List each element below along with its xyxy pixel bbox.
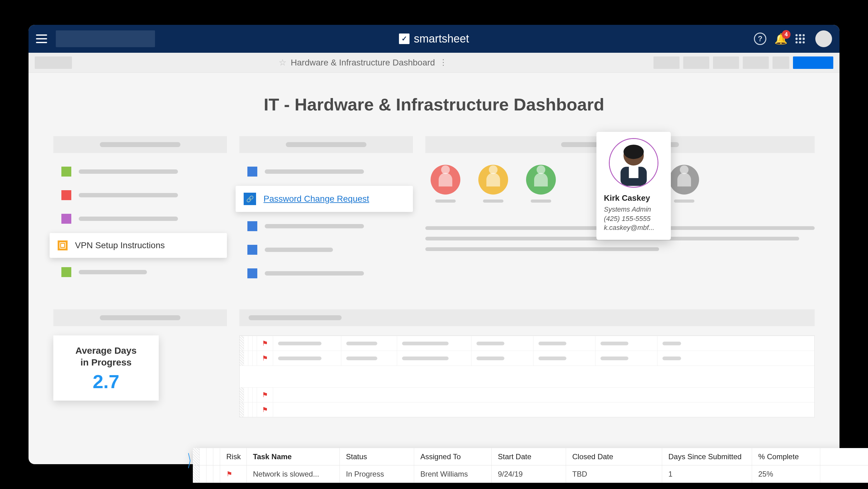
more-icon[interactable]: ⋮: [439, 58, 447, 67]
col-start[interactable]: Start Date: [492, 448, 566, 465]
document-icon: [58, 240, 68, 250]
widget-resources: VPN Setup Instructions: [53, 136, 227, 288]
profile-name: Kirk Caskey: [604, 193, 663, 203]
document-title[interactable]: Hardware & Infrastructure Dashboard: [291, 58, 435, 68]
flag-icon: ⚑: [257, 351, 273, 366]
toolbar: ☆ Hardware & Infrastructure Dashboard ⋮: [29, 53, 839, 73]
toolbar-button-placeholder[interactable]: [743, 56, 769, 69]
cell-status[interactable]: In Progress: [340, 465, 414, 483]
top-nav: smartsheet ? 🔔 4: [29, 25, 839, 53]
link-icon: 🔗: [244, 193, 256, 205]
profile-role: Systems Admin: [604, 205, 663, 214]
cell-start[interactable]: 9/24/19: [492, 465, 566, 483]
profile-phone: (425) 155-5555: [604, 214, 663, 223]
toolbar-button-placeholder[interactable]: [713, 56, 739, 69]
apps-icon[interactable]: [796, 34, 805, 44]
brand-text: smartsheet: [414, 32, 469, 45]
team-member[interactable]: [667, 165, 701, 211]
col-closed[interactable]: Closed Date: [566, 448, 662, 465]
toolbar-left-placeholder: [35, 56, 72, 69]
flag-icon: ⚑: [257, 336, 273, 351]
col-task[interactable]: Task Name: [247, 448, 340, 465]
profile-email: k.caskey@mbf...: [604, 223, 663, 232]
list-item[interactable]: [239, 264, 413, 283]
list-item[interactable]: [239, 162, 413, 181]
list-item[interactable]: [239, 217, 413, 235]
vpn-instructions-link[interactable]: VPN Setup Instructions: [50, 233, 227, 258]
avatar: [609, 138, 658, 188]
list-item[interactable]: [53, 209, 227, 228]
profile-popover: Kirk Caskey Systems Admin (425) 155-5555…: [596, 132, 671, 240]
primary-action-button[interactable]: [793, 56, 833, 69]
widget-quick-links: 🔗 Password Change Request: [239, 136, 413, 288]
brand-logo: smartsheet: [399, 32, 469, 45]
flag-icon: ⚑: [226, 470, 232, 478]
cell-closed[interactable]: TBD: [566, 465, 662, 483]
list-item[interactable]: [53, 186, 227, 204]
widget-header: [239, 136, 413, 153]
search-input[interactable]: [56, 30, 155, 47]
metric-value: 2.7: [64, 371, 148, 393]
toolbar-button-placeholder[interactable]: [683, 56, 709, 69]
star-icon[interactable]: ☆: [279, 57, 286, 68]
metric-card: Average Daysin Progress 2.7: [53, 336, 159, 401]
cell-days[interactable]: 1: [662, 465, 752, 483]
toolbar-button-placeholder[interactable]: [653, 56, 680, 69]
user-avatar[interactable]: [815, 30, 832, 47]
link-label: VPN Setup Instructions: [75, 240, 165, 250]
toolbar-button-placeholder[interactable]: [773, 56, 789, 69]
col-days[interactable]: Days Since Submitted: [662, 448, 752, 465]
metric-label: Average Daysin Progress: [64, 345, 148, 368]
menu-icon[interactable]: [36, 34, 47, 43]
widget-header: [239, 309, 815, 326]
grid-row[interactable]: ⚑ Network is slowed... In Progress Brent…: [193, 465, 868, 483]
notifications-button[interactable]: 🔔 4: [774, 33, 787, 45]
svg-point-2: [623, 145, 644, 159]
list-item[interactable]: [239, 240, 413, 259]
flag-icon: ⚑: [257, 387, 273, 402]
widget-header: [53, 136, 227, 153]
svg-rect-4: [629, 166, 639, 178]
list-item[interactable]: [53, 162, 227, 181]
flag-icon: ⚑: [257, 402, 273, 417]
col-assigned[interactable]: Assigned To: [414, 448, 492, 465]
password-change-link[interactable]: 🔗 Password Change Request: [236, 186, 413, 212]
col-status[interactable]: Status: [340, 448, 414, 465]
team-member[interactable]: [476, 165, 510, 211]
grid-header-row: Risk Task Name Status Assigned To Start …: [193, 448, 868, 465]
team-member[interactable]: [428, 165, 463, 211]
cell-assigned[interactable]: Brent Williams: [414, 465, 492, 483]
help-icon[interactable]: ?: [754, 33, 766, 45]
expand-arrow-icon[interactable]: 〉: [187, 450, 196, 472]
notification-badge: 4: [782, 30, 790, 39]
check-icon: [399, 33, 409, 44]
task-grid[interactable]: Risk Task Name Status Assigned To Start …: [193, 448, 868, 483]
col-pct[interactable]: % Complete: [752, 448, 820, 465]
cell-task[interactable]: Network is slowed...: [247, 465, 340, 483]
link-label: Password Change Request: [264, 194, 369, 204]
cell-pct[interactable]: 25%: [752, 465, 820, 483]
col-risk[interactable]: Risk: [220, 448, 247, 465]
list-item[interactable]: [53, 263, 227, 281]
widget-team: Kirk Caskey Systems Admin (425) 155-5555…: [425, 136, 815, 288]
team-member[interactable]: [524, 165, 558, 211]
sheet-preview[interactable]: ⚑ ⚑: [239, 336, 815, 417]
page-title: IT - Hardware & Infrastructure Dashboard: [53, 94, 815, 114]
widget-header: [53, 309, 227, 326]
